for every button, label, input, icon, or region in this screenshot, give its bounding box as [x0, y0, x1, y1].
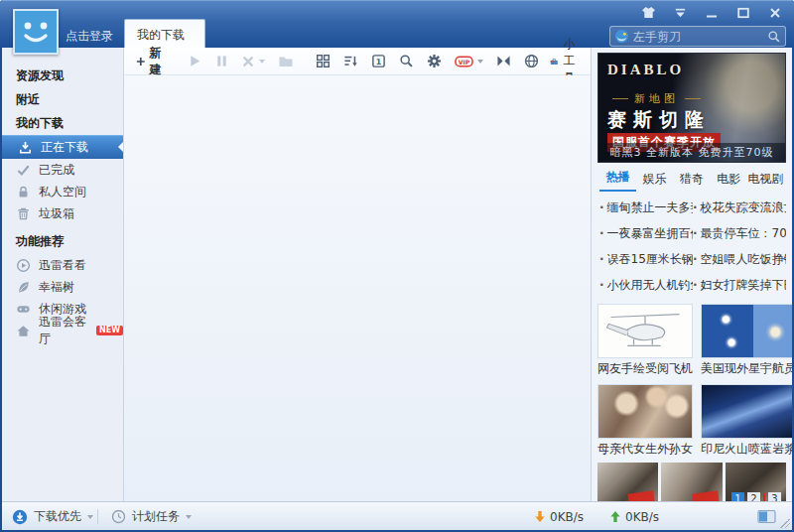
schedule-dropdown-caret[interactable] [186, 515, 192, 519]
news-tab-hot[interactable]: 热播 [599, 169, 636, 192]
sidebar: 资源发现 附近 我的下载 正在下载 已完成 私人空间 垃圾箱 [2, 48, 124, 501]
download-mode-icon [12, 509, 28, 525]
news-link[interactable]: 校花失踪变流浪女 [693, 195, 786, 220]
news-tab-entertainment[interactable]: 娱乐 [636, 171, 673, 192]
pager-page-2[interactable]: 2 [747, 492, 760, 501]
image-caption[interactable]: 印尼火山喷蓝岩浆 [701, 439, 792, 459]
grid-view-icon [316, 54, 331, 68]
ad-banner-diablo[interactable]: DIABLO 新地图 赛斯切隆 国服首个赛季开放 暗黑3 全新版本 免费升至70… [597, 53, 786, 163]
pause-button[interactable] [213, 52, 230, 70]
settings-button[interactable] [425, 52, 444, 70]
sidebar-item-trash[interactable]: 垃圾箱 [2, 202, 123, 224]
media-button[interactable] [494, 53, 513, 69]
image-card[interactable]: 印尼火山喷蓝岩浆 [701, 384, 792, 459]
schedule-tasks-button[interactable]: 计划任务 [111, 502, 192, 531]
sidebar-item-completed[interactable]: 已完成 [2, 159, 123, 181]
carousel-image[interactable] [597, 463, 658, 501]
news-tab-movies[interactable]: 电影 [711, 171, 747, 192]
login-button[interactable]: 点击登录 [66, 28, 113, 45]
image-card[interactable]: 母亲代女生外孙女 [597, 384, 693, 459]
sidebar-item-private-space[interactable]: 私人空间 [2, 181, 123, 202]
alien-astronaut-image[interactable] [701, 304, 792, 358]
pager-page-1[interactable]: 1 [731, 492, 744, 501]
search-tasks-button[interactable] [397, 52, 416, 70]
home-icon [16, 324, 31, 338]
pager-page-3[interactable]: 3 [768, 492, 781, 501]
minimize-icon[interactable] [699, 4, 725, 21]
upload-arrow-icon [609, 510, 621, 523]
sidebar-item-label: 已完成 [39, 162, 74, 179]
sidebar-item-happiness-tree[interactable]: 幸福树 [2, 276, 123, 298]
vip-acceleration-button[interactable]: VIP [453, 53, 485, 70]
download-mode-button[interactable]: 下载优先 [12, 502, 93, 531]
upload-speed-value: 0KB/s [625, 510, 659, 524]
sidebar-item-lounge[interactable]: 迅雷会客厅 NEW [2, 320, 123, 341]
news-link[interactable]: 空姐喂人吃饭挣钱 [693, 246, 786, 272]
completed-check-icon [16, 163, 31, 178]
search-input[interactable] [629, 30, 767, 44]
sidebar-header-features: 功能推荐 [2, 228, 123, 254]
clock-icon [111, 509, 126, 524]
vip-dropdown-caret[interactable] [477, 60, 483, 64]
schedule-tasks-label: 计划任务 [132, 508, 180, 525]
delete-dropdown-caret[interactable] [259, 60, 265, 64]
sidebar-item-label: 幸福树 [39, 279, 74, 296]
smiley-face-icon [15, 11, 57, 53]
kankan-play-icon [16, 258, 31, 273]
view-mode-button[interactable] [314, 52, 332, 70]
tray-icon[interactable] [667, 4, 693, 21]
family-photo-image[interactable] [597, 384, 693, 439]
sidebar-item-discover[interactable]: 资源发现 [2, 64, 123, 87]
carousel-image[interactable] [661, 463, 722, 501]
upload-speed: 0KB/s [609, 502, 659, 531]
sidebar-item-nearby[interactable]: 附近 [2, 87, 123, 111]
trash-icon [16, 206, 31, 221]
image-caption[interactable]: 母亲代女生外孙女 [597, 439, 693, 459]
play-icon [188, 54, 202, 68]
close-icon[interactable] [762, 4, 788, 21]
mode-dropdown-caret[interactable] [87, 515, 93, 519]
blue-lava-volcano-image[interactable] [701, 384, 792, 439]
sort-button[interactable] [341, 52, 360, 70]
window-controls [635, 4, 788, 21]
resize-grip[interactable] [780, 518, 790, 528]
skin-icon[interactable] [635, 4, 661, 21]
download-arrow-icon [534, 510, 546, 523]
image-caption[interactable]: 美国现外星宇航员 [701, 358, 792, 378]
maximize-icon[interactable] [730, 4, 756, 21]
news-tab-novelty[interactable]: 猎奇 [673, 171, 710, 192]
search-box[interactable] [609, 26, 786, 47]
titlebar: 点击登录 我的下载 [0, 0, 794, 48]
search-icon[interactable] [767, 30, 781, 44]
toggle-panel-button[interactable] [757, 502, 776, 531]
avatar[interactable] [13, 9, 59, 55]
news-link[interactable]: 最贵停车位：70万 [693, 220, 786, 246]
image-caption[interactable]: 网友手绘受阅飞机 [597, 358, 693, 378]
news-link[interactable]: 缅甸禁止一夫多妻 [599, 195, 693, 220]
download-task-list[interactable] [124, 75, 591, 501]
browser-button[interactable] [522, 52, 541, 70]
news-tab-tv[interactable]: 电视剧 [747, 171, 784, 192]
toolbar: 新建 1 [124, 48, 591, 75]
sidebar-item-kankan[interactable]: 迅雷看看 [2, 254, 123, 276]
news-tabs: 热播 娱乐 猎奇 电影 电视剧 [597, 166, 786, 192]
start-button[interactable] [186, 52, 204, 70]
new-task-button[interactable]: 新建 [134, 43, 168, 80]
delete-button[interactable] [239, 53, 267, 70]
image-card[interactable]: 美国现外星宇航员 [701, 304, 792, 378]
batch-rename-button[interactable]: 1 [369, 52, 388, 70]
open-folder-button[interactable] [276, 53, 296, 70]
red-sticker [628, 490, 655, 501]
sidebar-item-downloading[interactable]: 正在下载 [2, 135, 123, 159]
leaf-icon [16, 280, 31, 295]
helicopter-sketch-image[interactable] [597, 304, 693, 358]
sidebar-header-my-downloads: 我的下载 [2, 111, 123, 135]
pager-indicator [763, 493, 765, 502]
image-card[interactable]: 网友手绘受阅飞机 [597, 304, 693, 378]
sidebar-item-label: 私人空间 [39, 184, 86, 200]
news-link[interactable]: 一夜暴富坐拥百亿 [599, 220, 693, 246]
news-link[interactable]: 妇女打牌笑掉下巴 [693, 272, 786, 298]
news-link[interactable]: 小伙用无人机钓鱼 [599, 272, 693, 298]
svg-text:VIP: VIP [459, 58, 470, 65]
news-link[interactable]: 误吞15厘米长钢勺 [599, 246, 693, 272]
